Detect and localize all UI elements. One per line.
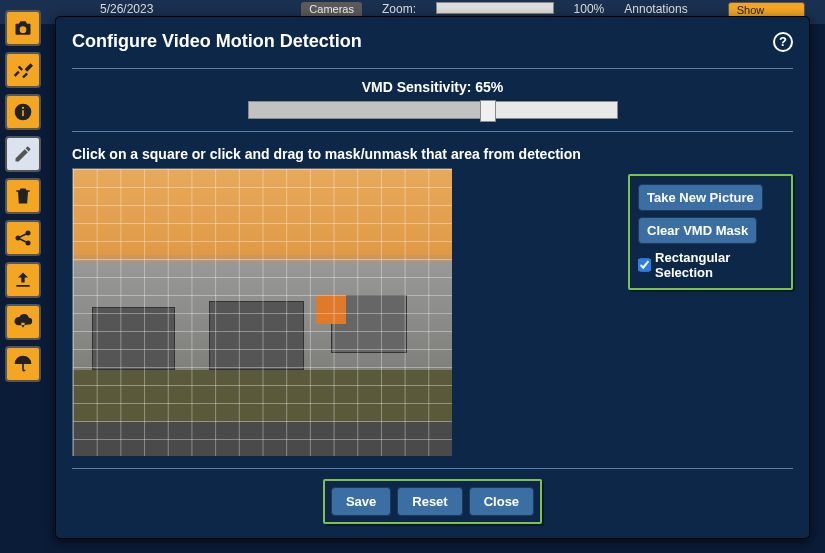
divider	[72, 131, 793, 132]
tools-button[interactable]	[5, 52, 41, 88]
info-button[interactable]	[5, 94, 41, 130]
svg-point-3	[16, 236, 21, 241]
svg-point-4	[26, 231, 31, 236]
svg-point-5	[26, 241, 31, 246]
close-button[interactable]: Close	[469, 487, 534, 516]
trash-button[interactable]	[5, 178, 41, 214]
footer-button-group: Save Reset Close	[323, 479, 542, 524]
camera-icon	[13, 18, 33, 38]
divider	[72, 68, 793, 69]
umbrella-button[interactable]	[5, 346, 41, 382]
modal-header: Configure Video Motion Detection ?	[72, 31, 793, 52]
mask-instruction: Click on a square or click and drag to m…	[72, 146, 793, 162]
modal-title: Configure Video Motion Detection	[72, 31, 362, 52]
cloud-download-button[interactable]	[5, 304, 41, 340]
slider-fill	[249, 102, 488, 118]
side-panel: Take New Picture Clear VMD Mask Rectangu…	[628, 174, 793, 290]
pencil-button[interactable]	[5, 136, 41, 172]
upload-button[interactable]	[5, 262, 41, 298]
umbrella-icon	[13, 354, 33, 374]
camera-preview[interactable]	[72, 168, 452, 456]
trash-icon	[13, 186, 33, 206]
zoom-slider[interactable]	[436, 2, 554, 14]
modal-footer: Save Reset Close	[72, 464, 793, 524]
share-button[interactable]	[5, 220, 41, 256]
cloud-download-icon	[13, 312, 33, 332]
help-button[interactable]: ?	[773, 32, 793, 52]
svg-rect-1	[22, 110, 24, 116]
sensitivity-label: VMD Sensitivity: 65%	[72, 79, 793, 95]
rect-selection-checkbox[interactable]	[638, 258, 651, 272]
camera-button[interactable]	[5, 10, 41, 46]
pencil-icon	[13, 144, 33, 164]
vmd-config-modal: Configure Video Motion Detection ? VMD S…	[55, 16, 810, 539]
sensitivity-section: VMD Sensitivity: 65%	[72, 79, 793, 125]
rect-selection-row[interactable]: Rectangular Selection	[638, 250, 783, 280]
rect-selection-label: Rectangular Selection	[655, 250, 783, 280]
reset-button[interactable]: Reset	[397, 487, 462, 516]
save-button[interactable]: Save	[331, 487, 391, 516]
tools-icon	[13, 60, 33, 80]
take-picture-button[interactable]: Take New Picture	[638, 184, 763, 211]
info-icon	[13, 102, 33, 122]
share-icon	[13, 228, 33, 248]
upload-icon	[13, 270, 33, 290]
mask-grid[interactable]	[73, 169, 452, 456]
slider-thumb[interactable]	[480, 100, 496, 122]
left-toolbar	[5, 10, 41, 382]
svg-point-2	[22, 107, 24, 109]
sensitivity-slider[interactable]	[248, 101, 618, 119]
clear-mask-button[interactable]: Clear VMD Mask	[638, 217, 757, 244]
divider	[72, 468, 793, 469]
